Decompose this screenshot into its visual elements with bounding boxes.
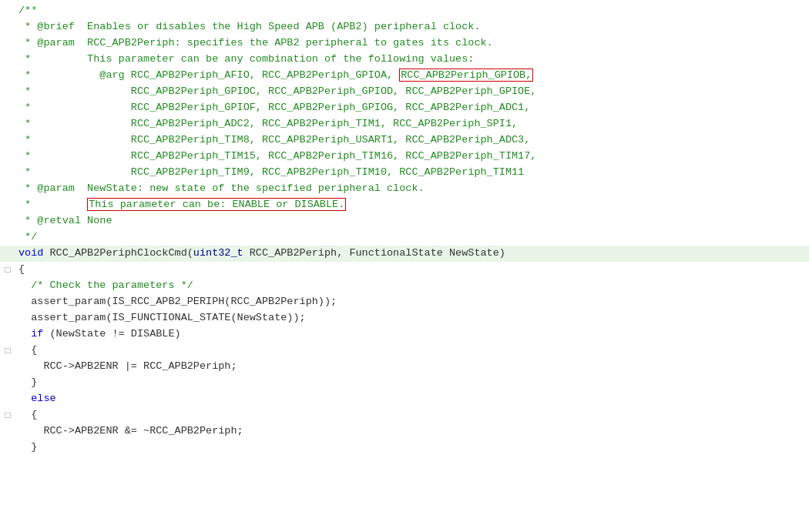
code-line: * @brief Enables or disables the High Sp… xyxy=(0,19,809,35)
code-line: RCC->APB2ENR &= ~RCC_APB2Periph; xyxy=(0,423,809,440)
line-gutter xyxy=(0,116,15,118)
line-code-content: * @retval None xyxy=(15,213,809,229)
line-code-content: RCC->APB2ENR |= RCC_APB2Periph; xyxy=(15,359,809,375)
code-line: * @param NewState: new state of the spec… xyxy=(0,181,809,197)
line-gutter xyxy=(0,100,15,102)
line-gutter xyxy=(0,181,15,182)
code-line: * This parameter can be: ENABLE or DISAB… xyxy=(0,197,809,213)
line-gutter xyxy=(0,35,15,37)
line-gutter xyxy=(0,132,15,134)
line-code-content: { xyxy=(15,262,809,278)
line-code-content: } xyxy=(15,440,809,456)
code-line: * RCC_APB2Periph_GPIOC, RCC_APB2Periph_G… xyxy=(0,84,809,100)
line-code-content: * RCC_APB2Periph_GPIOC, RCC_APB2Periph_G… xyxy=(15,84,809,100)
line-code-content: assert_param(IS_RCC_APB2_PERIPH(RCC_APB2… xyxy=(15,294,809,310)
line-code-content: * RCC_APB2Periph_ADC2, RCC_APB2Periph_TI… xyxy=(15,116,809,132)
line-code-content: void RCC_APB2PeriphClockCmd(uint32_t RCC… xyxy=(15,246,809,262)
line-gutter: □ xyxy=(0,262,15,278)
line-code-content: else xyxy=(15,391,809,407)
code-line: assert_param(IS_FUNCTIONAL_STATE(NewStat… xyxy=(0,310,809,326)
code-line: void RCC_APB2PeriphClockCmd(uint32_t RCC… xyxy=(0,246,809,262)
line-code-content: * This parameter can be: ENABLE or DISAB… xyxy=(15,197,809,213)
line-code-content: { xyxy=(15,343,809,359)
code-line: */ xyxy=(0,229,809,246)
line-gutter xyxy=(0,149,15,150)
line-code-content: if (NewState != DISABLE) xyxy=(15,326,809,343)
line-code-content: * RCC_APB2Periph_GPIOF, RCC_APB2Periph_G… xyxy=(15,100,809,116)
code-line: * RCC_APB2Periph_TIM8, RCC_APB2Periph_US… xyxy=(0,132,809,149)
line-gutter xyxy=(0,84,15,85)
line-code-content: RCC->APB2ENR &= ~RCC_APB2Periph; xyxy=(15,423,809,440)
code-line: * @param RCC_APB2Periph: specifies the A… xyxy=(0,35,809,52)
line-code-content: * RCC_APB2Periph_TIM15, RCC_APB2Periph_T… xyxy=(15,149,809,165)
line-gutter xyxy=(0,326,15,328)
line-code-content: * @param RCC_APB2Periph: specifies the A… xyxy=(15,35,809,52)
code-editor: /** * @brief Enables or disables the Hig… xyxy=(0,0,809,532)
line-gutter xyxy=(0,197,15,199)
code-line: RCC->APB2ENR |= RCC_APB2Periph; xyxy=(0,359,809,375)
line-code-content: assert_param(IS_FUNCTIONAL_STATE(NewStat… xyxy=(15,310,809,326)
line-code-content: * RCC_APB2Periph_TIM8, RCC_APB2Periph_US… xyxy=(15,132,809,149)
line-gutter: □ xyxy=(0,343,15,359)
code-line: * @retval None xyxy=(0,213,809,229)
line-gutter xyxy=(0,359,15,360)
line-gutter xyxy=(0,294,15,296)
code-line: if (NewState != DISABLE) xyxy=(0,326,809,343)
line-gutter xyxy=(0,278,15,279)
line-code-content: /** xyxy=(15,3,809,19)
line-code-content: * This parameter can be any combination … xyxy=(15,52,809,68)
code-line: * This parameter can be any combination … xyxy=(0,52,809,68)
code-line: * RCC_APB2Periph_GPIOF, RCC_APB2Periph_G… xyxy=(0,100,809,116)
line-code-content: { xyxy=(15,407,809,423)
line-gutter xyxy=(0,246,15,247)
code-line: □ { xyxy=(0,407,809,423)
line-gutter xyxy=(0,391,15,393)
line-code-content: * @brief Enables or disables the High Sp… xyxy=(15,19,809,35)
line-code-content: * @arg RCC_APB2Periph_AFIO, RCC_APB2Peri… xyxy=(15,68,809,84)
line-gutter xyxy=(0,165,15,166)
line-code-content: * @param NewState: new state of the spec… xyxy=(15,181,809,197)
line-gutter xyxy=(0,375,15,376)
line-code-content: */ xyxy=(15,229,809,246)
code-line: * RCC_APB2Periph_TIM15, RCC_APB2Periph_T… xyxy=(0,149,809,165)
line-gutter xyxy=(0,68,15,69)
line-gutter xyxy=(0,423,15,425)
line-code-content: } xyxy=(15,375,809,391)
code-line: * @arg RCC_APB2Periph_AFIO, RCC_APB2Peri… xyxy=(0,68,809,84)
line-gutter xyxy=(0,310,15,312)
code-line: } xyxy=(0,440,809,456)
line-gutter xyxy=(0,440,15,441)
line-gutter xyxy=(0,3,15,5)
line-code-content: /* Check the parameters */ xyxy=(15,278,809,294)
code-line: } xyxy=(0,375,809,391)
line-gutter xyxy=(0,19,15,21)
code-line: * RCC_APB2Periph_ADC2, RCC_APB2Periph_TI… xyxy=(0,116,809,132)
line-gutter xyxy=(0,213,15,215)
line-gutter xyxy=(0,52,15,53)
code-line: assert_param(IS_RCC_APB2_PERIPH(RCC_APB2… xyxy=(0,294,809,310)
code-line: * RCC_APB2Periph_TIM9, RCC_APB2Periph_TI… xyxy=(0,165,809,181)
code-line: /* Check the parameters */ xyxy=(0,278,809,294)
code-line: □ { xyxy=(0,343,809,359)
code-line: else xyxy=(0,391,809,407)
line-gutter: □ xyxy=(0,407,15,423)
code-line: □{ xyxy=(0,262,809,278)
line-code-content: * RCC_APB2Periph_TIM9, RCC_APB2Periph_TI… xyxy=(15,165,809,181)
code-line: /** xyxy=(0,3,809,19)
line-gutter xyxy=(0,229,15,231)
